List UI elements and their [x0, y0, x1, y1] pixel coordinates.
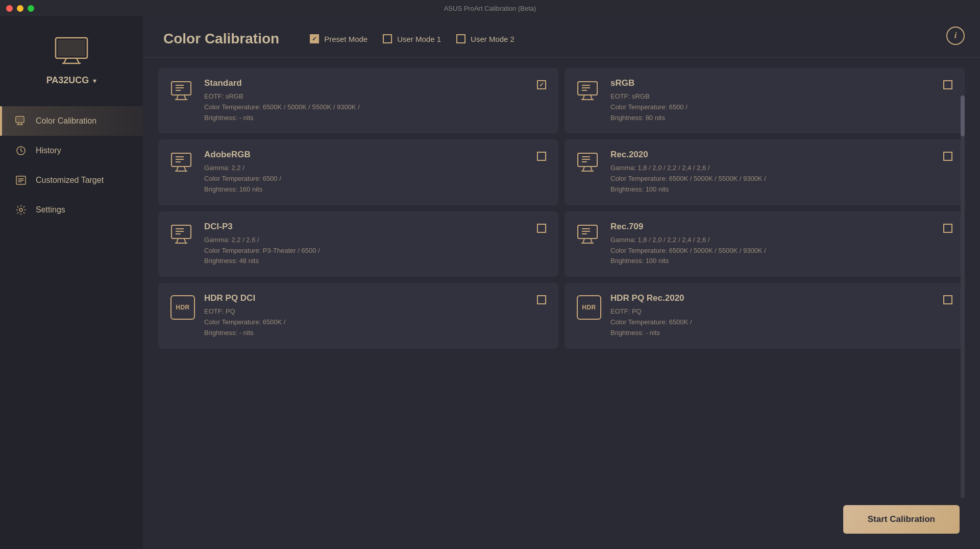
window-controls[interactable] [6, 5, 34, 12]
profile-info-rec2020: Rec.2020 Gamma: 1,8 / 2,0 / 2,2 / 2,4 / … [610, 150, 934, 195]
start-calibration-button[interactable]: Start Calibration [843, 505, 960, 534]
svg-line-48 [177, 238, 178, 243]
preset-mode-label: Preset Mode [324, 35, 368, 43]
svg-line-35 [184, 166, 186, 171]
nav-menu: Color Calibration History [0, 106, 143, 549]
profile-info-hdr-pq-dci: HDR PQ DCI EOTF: PQ Color Temperature: 6… [204, 293, 528, 338]
monitor-name: PA32UCG [46, 75, 89, 86]
profile-name-rec2020: Rec.2020 [610, 150, 934, 160]
profile-card-rec709[interactable]: Rec.709 Gamma: 1,8 / 2,0 / 2,2 / 2,4 / 2… [565, 211, 965, 277]
profile-monitor-icon-standard [170, 80, 195, 105]
title-bar: ASUS ProArt Calibration (Beta) [0, 0, 980, 16]
scrollbar-track[interactable] [961, 96, 965, 498]
profile-details-hdr-pq-dci: EOTF: PQ Color Temperature: 6500K / Brig… [204, 306, 528, 338]
profile-checkbox-rec2020[interactable] [943, 152, 952, 161]
history-icon [15, 145, 27, 156]
svg-line-42 [591, 166, 592, 171]
main-content: i Color Calibration Preset Mode User Mod… [143, 16, 980, 549]
mode-tab-user1[interactable]: User Mode 1 [383, 34, 441, 43]
top-bar: Color Calibration Preset Mode User Mode … [143, 16, 980, 58]
sidebar-item-label-color-calibration: Color Calibration [36, 116, 96, 126]
profile-monitor-icon-adobergb [170, 152, 195, 176]
profile-monitor-icon-rec709 [577, 224, 601, 248]
hdr-badge-rec2020: HDR [577, 295, 601, 320]
profile-card-standard[interactable]: Standard EOTF: sRGB Color Temperature: 6… [158, 68, 558, 133]
profile-checkbox-hdr-pq-dci[interactable] [537, 295, 546, 304]
profile-info-hdr-pq-rec2020: HDR PQ Rec.2020 EOTF: PQ Color Temperatu… [610, 293, 934, 338]
profile-card-adobergb[interactable]: AdobeRGB Gamma: 2,2 / Color Temperature:… [158, 139, 558, 205]
svg-line-41 [583, 166, 584, 171]
bottom-bar: Start Calibration [843, 505, 960, 534]
svg-rect-1 [58, 40, 85, 56]
profiles-container: Standard EOTF: sRGB Color Temperature: 6… [143, 58, 980, 549]
profile-name-standard: Standard [204, 78, 528, 88]
svg-line-34 [177, 166, 178, 171]
svg-line-21 [184, 95, 186, 100]
profile-name-adobergb: AdobeRGB [204, 150, 528, 160]
svg-line-20 [177, 95, 178, 100]
monitor-display-icon [54, 37, 89, 67]
dropdown-arrow-icon: ▾ [93, 77, 96, 85]
sidebar-item-customized-target[interactable]: Customized Target [0, 165, 143, 195]
sidebar-item-label-customized-target: Customized Target [36, 176, 104, 185]
user-mode-2-checkbox[interactable] [456, 34, 465, 43]
profile-details-srgb: EOTF: sRGB Color Temperature: 6500 / Bri… [610, 91, 934, 123]
user-mode-1-label: User Mode 1 [397, 35, 441, 43]
monitor-icon-wrap [54, 37, 89, 67]
sidebar-item-label-history: History [36, 146, 61, 155]
svg-line-56 [591, 238, 592, 243]
profile-info-srgb: sRGB EOTF: sRGB Color Temperature: 6500 … [610, 78, 934, 123]
svg-line-27 [583, 95, 584, 100]
profile-checkbox-standard[interactable] [537, 80, 546, 89]
profile-checkbox-hdr-pq-rec2020[interactable] [943, 295, 952, 304]
profiles-grid: Standard EOTF: sRGB Color Temperature: 6… [158, 68, 965, 349]
svg-line-55 [583, 238, 584, 243]
page-title: Color Calibration [163, 31, 279, 47]
target-icon [15, 175, 27, 186]
svg-rect-6 [17, 117, 23, 122]
close-button[interactable] [6, 5, 13, 12]
svg-line-2 [64, 58, 66, 63]
profile-card-hdr-pq-dci[interactable]: HDR HDR PQ DCI EOTF: PQ Color Temperatur… [158, 283, 558, 348]
profile-name-hdr-pq-dci: HDR PQ DCI [204, 293, 528, 303]
preset-mode-checkbox[interactable] [310, 34, 319, 43]
profile-monitor-icon-rec2020 [577, 152, 601, 176]
profile-monitor-icon-srgb [577, 80, 601, 105]
sidebar-item-settings[interactable]: Settings [0, 195, 143, 225]
minimize-button[interactable] [17, 5, 23, 12]
user-mode-1-checkbox[interactable] [383, 34, 392, 43]
svg-point-15 [19, 208, 22, 211]
profile-details-rec709: Gamma: 1,8 / 2,0 / 2,2 / 2,4 / 2,6 / Col… [610, 235, 934, 267]
maximize-button[interactable] [28, 5, 34, 12]
profile-card-dcip3[interactable]: DCI-P3 Gamma: 2,2 / 2,6 / Color Temperat… [158, 211, 558, 277]
sidebar: PA32UCG ▾ Color Calibration [0, 16, 143, 549]
profile-checkbox-dcip3[interactable] [537, 224, 546, 233]
profile-card-hdr-pq-rec2020[interactable]: HDR HDR PQ Rec.2020 EOTF: PQ Color Tempe… [565, 283, 965, 348]
mode-tabs: Preset Mode User Mode 1 User Mode 2 [310, 34, 514, 43]
profile-checkbox-srgb[interactable] [943, 80, 952, 89]
profile-checkbox-rec709[interactable] [943, 224, 952, 233]
profile-info-dcip3: DCI-P3 Gamma: 2,2 / 2,6 / Color Temperat… [204, 222, 528, 267]
scrollbar-thumb[interactable] [961, 96, 965, 136]
profile-card-rec2020[interactable]: Rec.2020 Gamma: 1,8 / 2,0 / 2,2 / 2,4 / … [565, 139, 965, 205]
hdr-badge-dci: HDR [170, 295, 195, 320]
profile-card-srgb[interactable]: sRGB EOTF: sRGB Color Temperature: 6500 … [565, 68, 965, 133]
profile-name-srgb: sRGB [610, 78, 934, 88]
svg-line-3 [77, 58, 79, 63]
profile-details-standard: EOTF: sRGB Color Temperature: 6500K / 50… [204, 91, 528, 123]
monitor-selector[interactable]: PA32UCG ▾ [46, 75, 97, 86]
profile-checkbox-adobergb[interactable] [537, 152, 546, 161]
info-button[interactable]: i [946, 27, 965, 45]
sidebar-item-history[interactable]: History [0, 136, 143, 165]
profile-info-standard: Standard EOTF: sRGB Color Temperature: 6… [204, 78, 528, 123]
profile-details-rec2020: Gamma: 1,8 / 2,0 / 2,2 / 2,4 / 2,6 / Col… [610, 163, 934, 195]
svg-line-49 [184, 238, 186, 243]
color-calibration-icon [15, 115, 27, 127]
profile-monitor-icon-dcip3 [170, 224, 195, 248]
sidebar-item-color-calibration[interactable]: Color Calibration [0, 106, 143, 136]
profile-name-hdr-pq-rec2020: HDR PQ Rec.2020 [610, 293, 934, 303]
title-bar-text: ASUS ProArt Calibration (Beta) [444, 5, 536, 12]
mode-tab-user2[interactable]: User Mode 2 [456, 34, 514, 43]
mode-tab-preset[interactable]: Preset Mode [310, 34, 368, 43]
profile-name-rec709: Rec.709 [610, 222, 934, 232]
